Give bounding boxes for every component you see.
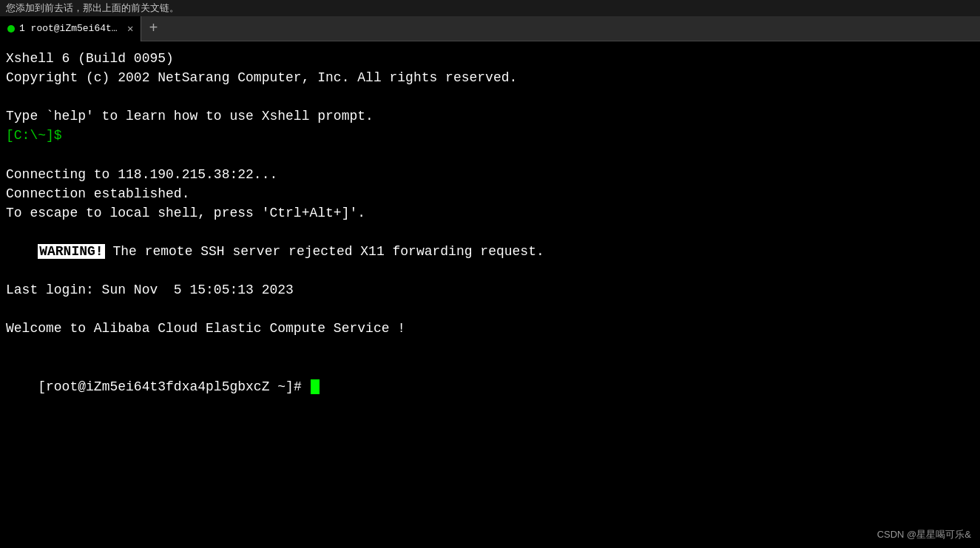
terminal-line-1: Xshell 6 (Build 0095): [6, 49, 974, 68]
top-bar-text: 您添加到前去话，那出上面的前关文链。: [6, 1, 179, 15]
terminal-line-6: [6, 145, 974, 164]
tab-bar: 1 root@iZm5ei64t3fdxa4pl5... ✕ +: [0, 16, 980, 41]
terminal-line-7: Connecting to 118.190.215.38:22...: [6, 165, 974, 184]
terminal-tab-1[interactable]: 1 root@iZm5ei64t3fdxa4pl5... ✕: [0, 16, 141, 41]
terminal-prompt: [root@iZm5ei64t3fdxa4pl5gbxcZ ~]#: [38, 379, 309, 394]
terminal-line-14: [6, 338, 974, 357]
terminal-line-3: [6, 87, 974, 106]
top-notification-bar: 您添加到前去话，那出上面的前关文链。: [0, 0, 980, 16]
terminal-line-12: [6, 300, 974, 319]
terminal-line-warning: WARNING! The remote SSH server rejected …: [6, 223, 974, 280]
terminal-line-5: [C:\~]$: [6, 126, 974, 145]
watermark: CSDN @星星喝可乐&: [877, 528, 971, 542]
terminal-line-11: Last login: Sun Nov 5 15:05:13 2023: [6, 280, 974, 300]
terminal-line-8: Connection established.: [6, 184, 974, 203]
terminal-line-13: Welcome to Alibaba Cloud Elastic Compute…: [6, 319, 974, 338]
terminal-line-2: Copyright (c) 2002 NetSarang Computer, I…: [6, 68, 974, 87]
terminal-line-4: Type `help' to learn how to use Xshell p…: [6, 106, 974, 126]
tab-label: 1 root@iZm5ei64t3fdxa4pl5...: [19, 23, 123, 34]
warning-text: The remote SSH server rejected X11 forwa…: [105, 244, 544, 259]
warning-badge: WARNING!: [38, 244, 104, 259]
tab-status-dot: [7, 25, 15, 33]
new-tab-button[interactable]: +: [141, 16, 165, 41]
tab-close-button[interactable]: ✕: [127, 24, 133, 34]
terminal-prompt-line[interactable]: [root@iZm5ei64t3fdxa4pl5gbxcZ ~]#: [6, 358, 974, 416]
terminal-cursor: [311, 379, 320, 394]
terminal-line-9: To escape to local shell, press 'Ctrl+Al…: [6, 203, 974, 223]
terminal-area: Xshell 6 (Build 0095) Copyright (c) 2002…: [0, 41, 980, 548]
